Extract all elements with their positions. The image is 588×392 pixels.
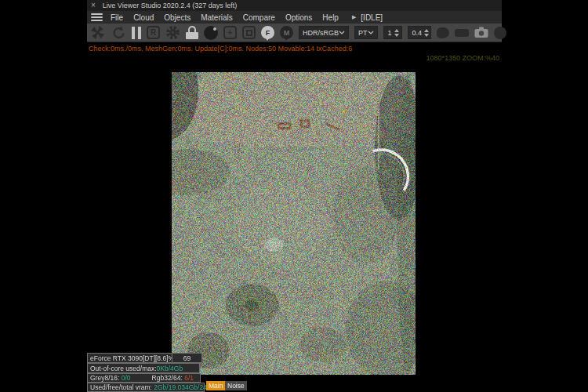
material-picker-pin-icon[interactable]: M — [280, 24, 293, 41]
title-bar: × Live Viewer Studio 2020.2.4 (327 days … — [87, 0, 502, 11]
menu-objects[interactable]: Objects — [164, 13, 191, 22]
app-window: × Live Viewer Studio 2020.2.4 (327 days … — [87, 0, 502, 392]
menu-cloud[interactable]: Cloud — [133, 13, 154, 22]
render-state-label: [IDLE] — [361, 13, 383, 22]
settings-gear-icon[interactable] — [165, 25, 180, 40]
film-region-icon[interactable] — [455, 29, 469, 37]
spinner-2[interactable]: 0.4 — [408, 26, 431, 39]
vram-row: Used/free/total vram: 2Gb/19.034Gb/24Gb — [87, 383, 205, 392]
close-icon[interactable]: × — [91, 2, 96, 9]
menu-compare[interactable]: Compare — [243, 13, 275, 22]
noise-pass-badge[interactable]: Noise — [225, 381, 247, 390]
render-viewport[interactable] — [172, 72, 416, 375]
menu-options[interactable]: Options — [285, 13, 312, 22]
spin-up-icon[interactable] — [394, 29, 399, 32]
camera-icon[interactable] — [474, 27, 488, 38]
focus-picker-pin-icon[interactable]: F — [261, 24, 274, 41]
aperture-icon[interactable] — [90, 25, 105, 40]
spin-down-icon[interactable] — [394, 34, 399, 37]
spinner-1[interactable]: 1 — [383, 26, 402, 39]
window-title: Live Viewer Studio 2020.2.4 (327 days le… — [103, 2, 237, 9]
rgb-value: 6/1 — [184, 374, 194, 382]
menu-help[interactable]: Help — [322, 13, 339, 22]
menu-materials[interactable]: Materials — [201, 13, 233, 22]
scene-stats-text: Check:0ms./0ms. MeshGen:0ms. Update[C]:0… — [89, 45, 352, 53]
spin-down-icon[interactable] — [424, 34, 429, 37]
pause-button[interactable] — [132, 27, 141, 39]
toolbar: R + F M HDR/sRGB PT 1 — [87, 24, 502, 42]
region-box-icon[interactable] — [242, 26, 256, 39]
play-icon[interactable]: ▶ — [352, 14, 356, 20]
texture-count-row: Grey8/16: 0/0 Rgb32/64: 6/1 — [87, 373, 201, 383]
resolution-zoom-text: 1080*1350 ZOOM:%40 — [426, 54, 499, 62]
lock-resolution-icon[interactable] — [186, 26, 198, 39]
grey-value: 0/0 — [122, 374, 131, 382]
kernel-dropdown[interactable]: PT — [354, 26, 378, 39]
material-sphere-icon[interactable] — [204, 26, 218, 40]
hamburger-menu-icon[interactable] — [91, 13, 103, 21]
refresh-icon[interactable] — [111, 25, 126, 41]
add-box-icon[interactable]: + — [223, 26, 237, 39]
out-of-core-row: Out-of-core used/max:0Kb/4Gb — [87, 363, 200, 373]
menu-bar: File Cloud Objects Materials Compare Opt… — [87, 11, 502, 24]
main-pass-badge[interactable]: Main — [206, 381, 225, 390]
gpu-temp-cell: 69 — [172, 353, 202, 363]
clay-mode-icon[interactable] — [437, 27, 449, 38]
out-of-core-value: 0Kb/4Gb — [157, 365, 183, 372]
render-passes-icon[interactable] — [494, 27, 506, 39]
chevron-down-icon — [368, 31, 374, 34]
restart-render-button[interactable]: R — [147, 26, 160, 39]
spin-up-icon[interactable] — [424, 29, 429, 32]
chevron-down-icon — [339, 31, 345, 34]
display-mode-dropdown[interactable]: HDR/sRGB — [299, 26, 349, 39]
menu-file[interactable]: File — [111, 13, 123, 22]
gpu-name-row: eForce RTX 3090[DT][8.6]%97 — [87, 353, 172, 363]
